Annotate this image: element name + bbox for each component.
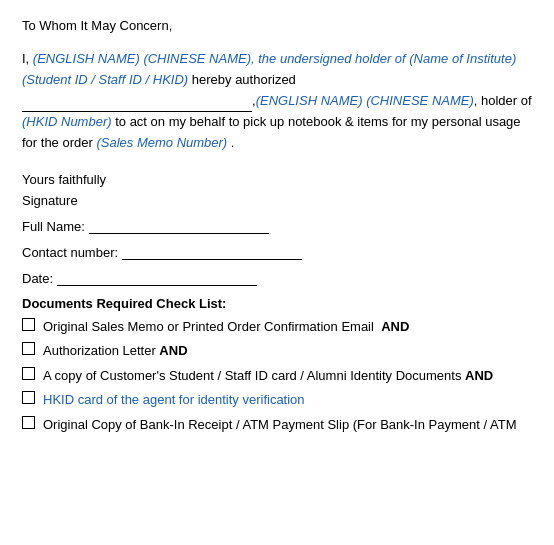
checkbox-2[interactable]	[22, 342, 35, 355]
contact-label: Contact number:	[22, 245, 118, 260]
checklist-text-5: Original Copy of Bank-In Receipt / ATM P…	[43, 415, 532, 435]
checklist-item-1: Original Sales Memo or Printed Order Con…	[22, 317, 532, 337]
checklist-item-4: HKID card of the agent for identity veri…	[22, 390, 532, 410]
date-line: Date:	[22, 270, 532, 286]
body-part1: , the undersigned holder of	[251, 51, 409, 66]
body-intro: I,	[22, 51, 33, 66]
greeting: To Whom It May Concern,	[22, 18, 532, 33]
signature-line: Signature	[22, 193, 532, 208]
sales-memo: (Sales Memo Number)	[96, 135, 227, 150]
checkbox-4[interactable]	[22, 391, 35, 404]
checklist-text-2: Authorization Letter AND	[43, 341, 532, 361]
checklist-text-4: HKID card of the agent for identity veri…	[43, 390, 532, 410]
checklist-title: Documents Required Check List:	[22, 296, 532, 311]
body-paragraph: I, (ENGLISH NAME) (CHINESE NAME), the un…	[22, 49, 532, 154]
checklist-text-3: A copy of Customer's Student / Staff ID …	[43, 366, 532, 386]
date-label: Date:	[22, 271, 53, 286]
checkbox-3[interactable]	[22, 367, 35, 380]
full-name-underline	[89, 218, 269, 234]
english-name-2: (ENGLISH NAME)	[256, 93, 363, 108]
signature-section: Signature Full Name: Contact number: Dat…	[22, 193, 532, 286]
contact-underline	[122, 244, 302, 260]
checklist-section: Documents Required Check List: Original …	[22, 296, 532, 435]
chinese-name-1: (CHINESE NAME)	[143, 51, 251, 66]
student-id: (Student ID / Staff ID / HKID)	[22, 72, 188, 87]
hkid-number: (HKID Number)	[22, 114, 112, 129]
checklist-item-5: Original Copy of Bank-In Receipt / ATM P…	[22, 415, 532, 435]
full-name-line: Full Name:	[22, 218, 532, 234]
checkbox-1[interactable]	[22, 318, 35, 331]
contact-line: Contact number:	[22, 244, 532, 260]
date-underline	[57, 270, 257, 286]
body-part4: , holder of	[474, 93, 532, 108]
closing: Yours faithfully	[22, 172, 532, 187]
chinese-name-2: (CHINESE NAME)	[366, 93, 474, 108]
checklist-item-2: Authorization Letter AND	[22, 341, 532, 361]
body-part6: .	[227, 135, 234, 150]
english-name-1: (ENGLISH NAME)	[33, 51, 140, 66]
full-name-label: Full Name:	[22, 219, 85, 234]
name-of-institute: (Name of Institute)	[409, 51, 516, 66]
checkbox-5[interactable]	[22, 416, 35, 429]
signature-label: Signature	[22, 193, 78, 208]
checklist-text-1: Original Sales Memo or Printed Order Con…	[43, 317, 532, 337]
underline1	[22, 91, 252, 113]
checklist-item-3: A copy of Customer's Student / Staff ID …	[22, 366, 532, 386]
